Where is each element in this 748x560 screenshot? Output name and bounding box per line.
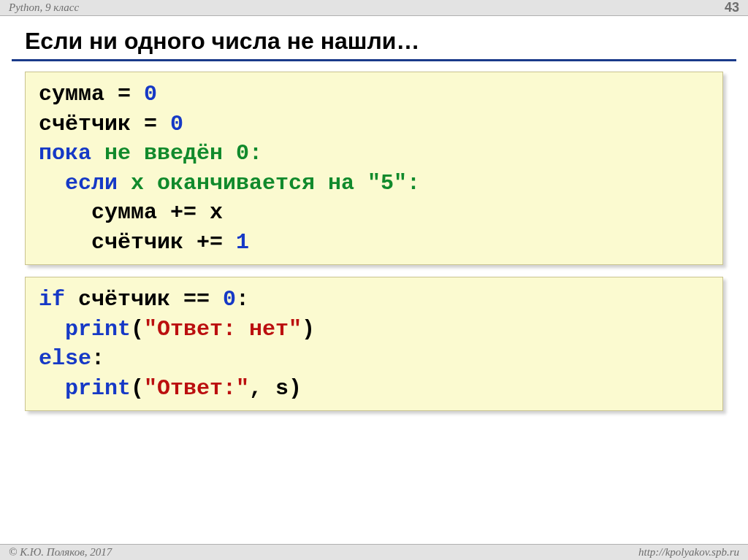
page-number: 43	[725, 0, 739, 15]
code-string: "Ответ: нет"	[144, 317, 302, 342]
code-text: сумма	[39, 82, 104, 107]
course-label: Python, 9 класс	[9, 1, 79, 14]
code-keyword: if	[39, 287, 65, 312]
slide-title: Если ни одного числа не нашли…	[0, 16, 748, 59]
code-text: (	[131, 376, 144, 401]
code-text: счётчик	[39, 230, 183, 255]
code-keyword: print	[39, 317, 131, 342]
code-keyword: print	[39, 376, 131, 401]
code-number: 0	[144, 82, 157, 107]
code-block-python: if счётчик == 0: print("Ответ: нет") els…	[25, 277, 723, 411]
code-text: (	[131, 317, 144, 342]
code-number: 0	[170, 112, 183, 137]
code-keyword: если	[39, 171, 118, 196]
code-text: ==	[170, 287, 223, 312]
code-block-pseudocode: сумма = 0 счётчик = 0 пока не введён 0: …	[25, 72, 723, 265]
code-text: )	[302, 317, 315, 342]
code-number: 1	[236, 230, 249, 255]
code-text: :	[236, 287, 249, 312]
code-string: "Ответ:"	[144, 376, 249, 401]
code-condition: x оканчивается на "5":	[118, 171, 420, 196]
content-area: сумма = 0 счётчик = 0 пока не введён 0: …	[0, 72, 748, 544]
code-text: счётчик	[65, 287, 170, 312]
code-text: :	[91, 346, 104, 371]
code-number: 0	[223, 287, 236, 312]
code-condition: не введён 0:	[91, 141, 262, 166]
header-bar: Python, 9 класс 43	[0, 0, 748, 16]
code-text: сумма += x	[39, 200, 223, 225]
code-text: =	[131, 112, 170, 137]
source-url: http://kpolyakov.spb.ru	[638, 546, 739, 559]
copyright-label: © К.Ю. Поляков, 2017	[9, 546, 112, 559]
code-text: +=	[183, 230, 236, 255]
code-keyword: пока	[39, 141, 91, 166]
code-keyword: else	[39, 346, 91, 371]
code-text: =	[104, 82, 144, 107]
code-text: , s)	[249, 376, 302, 401]
footer-bar: © К.Ю. Поляков, 2017 http://kpolyakov.sp…	[0, 544, 748, 560]
title-underline	[12, 59, 736, 61]
code-text: счётчик	[39, 112, 131, 137]
